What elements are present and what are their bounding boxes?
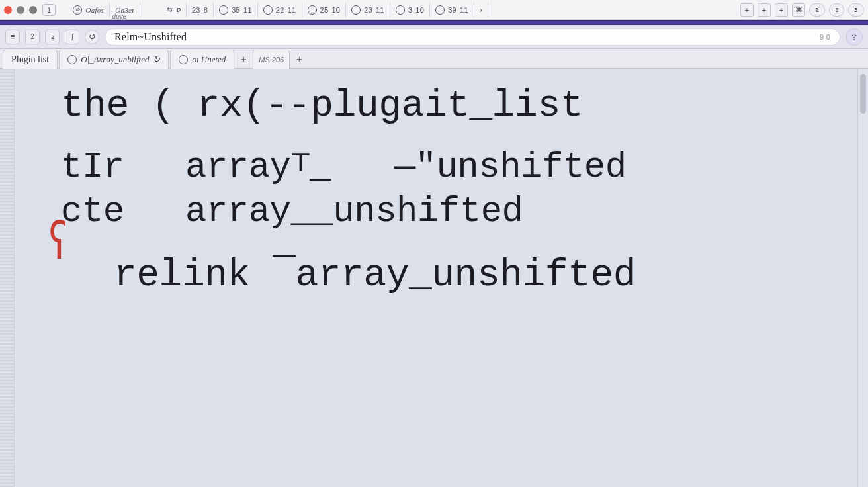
new-document-tab[interactable]: +: [236, 49, 251, 68]
tab-label: ᴅ: [176, 5, 181, 14]
line-number-gutter[interactable]: [0, 69, 15, 487]
code-line: array__unshifted: [185, 189, 627, 234]
code-line: relink ¯array_unshifted: [114, 251, 861, 300]
tab-num-a: 25: [320, 6, 329, 14]
tab-num-a: 22: [276, 6, 284, 14]
globe-icon: [351, 5, 361, 15]
share-button[interactable]: ⇪: [846, 28, 863, 46]
omnibox-tail: 9 0: [820, 33, 830, 41]
document-tab-mini[interactable]: MS 206: [253, 50, 290, 69]
vertical-scrollbar[interactable]: [857, 69, 868, 487]
nav-button[interactable]: 2: [25, 30, 40, 44]
window-titlebar: 1 ⊜ Oafos Oa3et dove ⇆ ᴅ 23 8 35 11 22 1…: [0, 0, 868, 20]
loading-icon: ↻: [153, 54, 160, 65]
document-tab[interactable]: oı Uneted: [170, 50, 234, 69]
omnibox-text: Relm~Unshifted: [114, 31, 187, 43]
browser-tab[interactable]: ⊜ Oafos: [67, 3, 110, 17]
omnibox[interactable]: Relm~Unshifted 9 0: [105, 28, 840, 46]
tab-num-b: 10: [331, 6, 340, 14]
code-editor: the ( rx(--plugait_list tIr cte array⸆_ …: [0, 69, 868, 487]
menu-button[interactable]: ≡: [5, 30, 20, 44]
tab-num-b: 11: [376, 6, 384, 14]
browser-tab[interactable]: 25 10: [302, 3, 347, 17]
tab-num-b: 11: [460, 6, 468, 14]
globe-icon: ⊜: [73, 5, 82, 15]
browser-tab[interactable]: 22 11: [258, 3, 302, 17]
globe-icon: [67, 55, 77, 64]
globe-icon: [396, 5, 405, 15]
tab-label: oı Uneted: [192, 54, 226, 65]
swap-icon: ⇆: [166, 5, 172, 14]
tab-num-a: 3: [408, 6, 412, 14]
nav-button[interactable]: ʃ: [65, 30, 79, 44]
new-tab-button[interactable]: +: [740, 3, 754, 17]
document-tab-strip: Plugin list O|_Axray_unbilfted ↻ oı Unet…: [0, 49, 868, 69]
menu-icon: ≡: [10, 32, 15, 42]
globe-icon: [435, 5, 445, 15]
tab-num-a: 35: [232, 6, 240, 14]
chevron-right-icon: ›: [480, 6, 482, 14]
tab-label: Oafos: [85, 6, 104, 14]
close-window-button[interactable]: [4, 6, 12, 14]
pill-button[interactable]: ᴇ: [829, 3, 844, 17]
titlebar-actions: + + + ⌘ ƨ ᴇ ɜ: [740, 3, 864, 17]
scrollbar-thumb[interactable]: [860, 74, 866, 114]
error-marker-icon: ʕ: [49, 211, 67, 271]
reload-icon: ↺: [89, 32, 96, 42]
browser-tab[interactable]: 3 10: [390, 3, 430, 17]
new-document-tab[interactable]: +: [291, 49, 307, 68]
document-tab-main[interactable]: Plugin list: [3, 50, 58, 69]
browser-tab[interactable]: 39 11: [430, 3, 474, 17]
nav-button[interactable]: ƨ: [45, 30, 60, 44]
code-area[interactable]: the ( rx(--plugait_list tIr cte array⸆_ …: [15, 69, 868, 487]
overflow-tab[interactable]: ›: [474, 3, 488, 17]
traffic-lights: [4, 6, 37, 14]
zoom-window-button[interactable]: [29, 6, 37, 14]
globe-icon: [179, 55, 188, 64]
browser-tab[interactable]: ⇆ ᴅ: [161, 3, 187, 17]
code-line: array⸆_ —"unshifted: [185, 145, 627, 190]
globe-icon: [308, 5, 317, 15]
tab-label: Plugin list: [11, 54, 49, 65]
new-tab-button[interactable]: +: [758, 3, 771, 17]
code-token: cte: [61, 189, 160, 234]
address-bar-row: ≡ 2 ƨ ʃ ↺ Relm~Unshifted 9 0 ⇪: [0, 25, 868, 49]
dove-label: dove: [112, 13, 127, 20]
browser-tab[interactable]: 23 11: [346, 3, 390, 17]
tab-num-b: 11: [288, 6, 296, 14]
code-token: tIr: [61, 145, 160, 190]
code-block: tIr cte array⸆_ —"unshifted array__unshi…: [61, 145, 861, 234]
minimize-window-button[interactable]: [17, 6, 24, 14]
grid-icon[interactable]: ⌘: [792, 3, 805, 17]
document-tab[interactable]: O|_Axray_unbilfted ↻: [59, 50, 169, 69]
tab-label: MS 206: [259, 56, 284, 64]
tab-num-a: 39: [448, 6, 456, 14]
accent-bar: [0, 20, 868, 25]
code-col-labels: tIr cte: [61, 145, 160, 234]
pill-button[interactable]: ɜ: [848, 3, 864, 17]
browser-tab[interactable]: 23 8: [187, 3, 214, 17]
globe-icon: [263, 5, 273, 15]
tab-number: 1: [47, 6, 51, 14]
tab-num-a: 23: [364, 6, 372, 14]
browser-tab-first[interactable]: 1: [42, 4, 56, 16]
pill-button[interactable]: ƨ: [809, 3, 825, 17]
upload-icon: ⇪: [850, 32, 858, 42]
globe-icon: [219, 5, 228, 15]
tab-num-b: 10: [415, 6, 424, 14]
new-tab-button[interactable]: +: [775, 3, 788, 17]
code-col-body: array⸆_ —"unshifted array__unshifted: [185, 145, 627, 234]
reload-button[interactable]: ↺: [85, 30, 99, 44]
tab-num-b: 11: [243, 6, 252, 14]
tab-num-a: 23: [192, 6, 200, 14]
browser-tab-strip: ⊜ Oafos Oa3et dove ⇆ ᴅ 23 8 35 11 22 11 …: [67, 3, 488, 17]
code-line: the ( rx(--plugait_list: [61, 82, 861, 130]
browser-tab[interactable]: 35 11: [214, 3, 258, 17]
tab-num-b: 8: [204, 6, 208, 14]
tab-label: O|_Axray_unbilfted: [81, 54, 149, 65]
